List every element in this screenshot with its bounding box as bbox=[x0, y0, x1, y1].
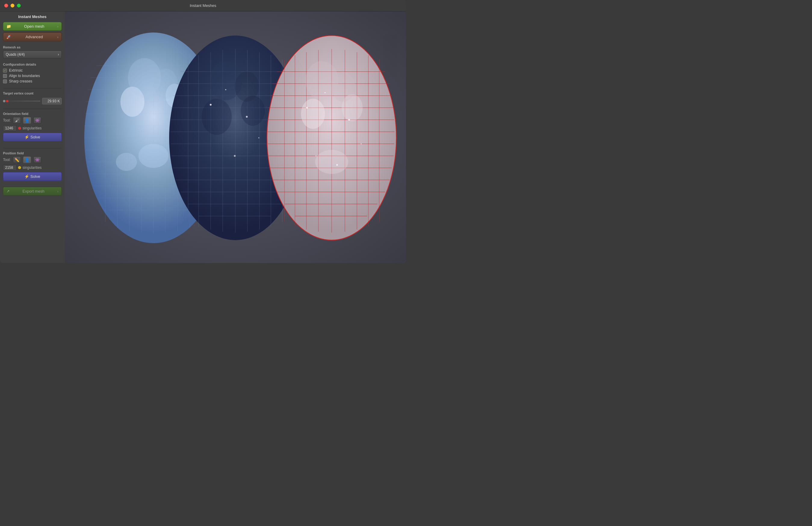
svg-point-24 bbox=[139, 144, 169, 168]
sing-dot-yellow bbox=[18, 166, 21, 169]
position-tool-row: Tool: ✏️ 👤 👾 bbox=[3, 157, 62, 163]
ghost-icon-1: 👾 bbox=[35, 118, 40, 123]
svg-point-92 bbox=[315, 155, 317, 157]
advanced-button[interactable]: 🚀 Advanced › bbox=[3, 32, 62, 41]
config-section: ✓ Extrinsic Align to boundaries Sharp cr… bbox=[3, 68, 62, 84]
head-icon-1: 👤 bbox=[25, 118, 29, 123]
remesh-dropdown-icon: › bbox=[58, 52, 59, 57]
remesh-dropdown[interactable]: Quads (4/4) › bbox=[3, 50, 62, 58]
advanced-icon: 🚀 bbox=[6, 34, 11, 39]
title-bar: Instant Meshes bbox=[0, 0, 406, 12]
left-panel: Instant Meshes 📁 Open mesh › 🚀 Advanced … bbox=[0, 12, 65, 263]
orientation-solve-button[interactable]: ⚡ Solve bbox=[3, 133, 62, 142]
mesh-svg bbox=[65, 12, 406, 263]
open-mesh-label: Open mesh bbox=[24, 24, 44, 29]
divider-1 bbox=[3, 88, 62, 88]
remesh-as-label: Remesh as bbox=[3, 45, 62, 49]
checkmark-icon: ✓ bbox=[4, 69, 6, 72]
orientation-singularity-row: 1246 singularities bbox=[3, 125, 62, 131]
align-boundaries-checkbox[interactable] bbox=[3, 74, 7, 78]
open-mesh-icon: 📁 bbox=[6, 24, 11, 29]
maximize-button[interactable] bbox=[17, 4, 21, 8]
orientation-singularity-label: singularities bbox=[23, 126, 42, 130]
open-mesh-arrow-icon: › bbox=[57, 25, 58, 28]
orientation-tool-label: Tool: bbox=[3, 118, 11, 122]
position-tool-btn-1[interactable]: ✏️ bbox=[13, 157, 21, 163]
vertex-count-row: 29.93 K bbox=[3, 98, 62, 104]
advanced-arrow-icon: › bbox=[57, 35, 58, 39]
orientation-tool-btn-2[interactable]: 👤 bbox=[23, 117, 31, 124]
export-icon: ↗ bbox=[6, 189, 10, 193]
panel-title: Instant Meshes bbox=[3, 14, 62, 19]
config-details-label: Configuration details bbox=[3, 62, 62, 66]
vertex-count-input[interactable]: 29.93 K bbox=[42, 98, 62, 104]
export-label: Export mesh bbox=[23, 189, 45, 193]
open-mesh-button[interactable]: 📁 Open mesh › bbox=[3, 22, 62, 31]
position-tool-label: Tool: bbox=[3, 158, 11, 162]
orientation-tool-btn-1[interactable]: 🖌 bbox=[13, 117, 21, 124]
head-icon-2: 👤 bbox=[25, 158, 29, 162]
target-vertex-label: Target vertex count bbox=[3, 91, 62, 95]
export-arrow-icon: › bbox=[57, 190, 58, 193]
svg-point-88 bbox=[324, 92, 325, 93]
svg-point-73 bbox=[301, 99, 325, 129]
pen-icon: ✏️ bbox=[14, 158, 19, 162]
minimize-button[interactable] bbox=[11, 4, 14, 8]
remesh-value: Quads (4/4) bbox=[6, 52, 25, 57]
main-container: Instant Meshes 📁 Open mesh › 🚀 Advanced … bbox=[0, 12, 406, 263]
extrinsic-checkbox[interactable]: ✓ bbox=[3, 69, 7, 73]
orientation-field-section: Orientation field Tool: 🖌 👤 👾 1246 sing bbox=[3, 111, 62, 144]
svg-point-90 bbox=[361, 143, 362, 144]
svg-point-87 bbox=[306, 107, 308, 108]
sing-dot-red-1 bbox=[18, 127, 21, 130]
extrinsic-row[interactable]: ✓ Extrinsic bbox=[3, 68, 62, 73]
align-boundaries-label: Align to boundaries bbox=[9, 74, 40, 78]
svg-point-84 bbox=[246, 116, 248, 118]
vertex-slider[interactable] bbox=[3, 101, 40, 102]
divider-3 bbox=[3, 148, 62, 148]
svg-point-91 bbox=[336, 164, 338, 166]
position-field-section: Position field Tool: ✏️ 👤 👾 2158 singula bbox=[3, 150, 62, 183]
orientation-singularity-count: 1246 bbox=[3, 125, 17, 131]
viewport[interactable] bbox=[65, 12, 406, 263]
divider-2 bbox=[3, 108, 62, 109]
sharp-creases-label: Sharp creases bbox=[9, 79, 32, 83]
position-solve-button[interactable]: ⚡ Solve bbox=[3, 172, 62, 181]
export-mesh-button[interactable]: ↗ Export mesh › bbox=[3, 187, 62, 195]
extrinsic-label: Extrinsic bbox=[9, 68, 23, 73]
slider-dot-right bbox=[6, 100, 9, 102]
svg-point-83 bbox=[225, 89, 226, 90]
svg-point-85 bbox=[258, 137, 259, 138]
position-field-label: Position field bbox=[3, 151, 62, 155]
slider-dot-left bbox=[3, 100, 5, 102]
svg-point-81 bbox=[331, 72, 355, 102]
orientation-tool-row: Tool: 🖌 👤 👾 bbox=[3, 117, 62, 124]
svg-point-75 bbox=[315, 150, 348, 174]
orientation-field-label: Orientation field bbox=[3, 112, 62, 116]
svg-point-48 bbox=[202, 99, 232, 135]
svg-point-79 bbox=[235, 72, 259, 102]
svg-point-25 bbox=[116, 153, 137, 171]
traffic-lights bbox=[4, 4, 21, 8]
position-singularity-row: 2158 singularities bbox=[3, 165, 62, 171]
svg-point-89 bbox=[348, 119, 350, 121]
advanced-label: Advanced bbox=[26, 34, 43, 39]
position-singularity-label: singularities bbox=[23, 165, 42, 170]
position-singularity-count: 2158 bbox=[3, 165, 17, 171]
mesh-visual bbox=[65, 12, 406, 263]
window-title: Instant Meshes bbox=[190, 3, 216, 8]
position-tool-btn-2[interactable]: 👤 bbox=[23, 157, 31, 163]
sharp-creases-checkbox[interactable] bbox=[3, 79, 7, 83]
sharp-creases-row[interactable]: Sharp creases bbox=[3, 78, 62, 84]
align-boundaries-row[interactable]: Align to boundaries bbox=[3, 73, 62, 78]
svg-point-82 bbox=[210, 104, 212, 106]
orientation-tool-btn-3[interactable]: 👾 bbox=[33, 117, 41, 124]
brush-icon: 🖌 bbox=[15, 118, 19, 123]
close-button[interactable] bbox=[4, 4, 8, 8]
svg-point-86 bbox=[234, 155, 236, 157]
position-tool-btn-3[interactable]: 👾 bbox=[33, 157, 41, 163]
svg-point-77 bbox=[154, 69, 177, 99]
ghost-icon-2: 👾 bbox=[35, 158, 40, 162]
